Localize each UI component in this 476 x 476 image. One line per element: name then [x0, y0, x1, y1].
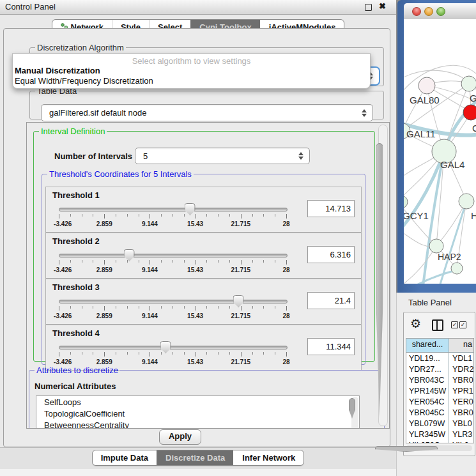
column-header[interactable]: na	[449, 339, 473, 352]
interval-definition-group: Interval Definition Number of Intervals …	[33, 127, 375, 362]
node-label: C	[472, 123, 476, 134]
tick-mark	[275, 214, 275, 217]
threshold-value-field[interactable]	[307, 200, 355, 217]
num-intervals-combobox[interactable]: 5	[135, 148, 310, 164]
network-canvas[interactable]: GAL80 G C GAL11 GAL4 GCY1 H HAP2	[404, 19, 476, 284]
tick-mark	[184, 306, 185, 309]
bottom-tab-discretize-data[interactable]: Discretize Data	[157, 450, 233, 465]
tick-mark	[229, 306, 230, 309]
mac-zoom-button[interactable]	[436, 7, 445, 16]
bottom-tab-impute-data[interactable]: Impute Data	[93, 450, 157, 465]
slider-ticks	[59, 260, 286, 265]
algorithm-option-equal-width-frequency-discretization[interactable]: Equal Width/Frequency Discretization	[13, 76, 370, 86]
tick-mark	[286, 306, 287, 311]
table-hscrollbar[interactable]	[406, 445, 472, 451]
threshold-slider[interactable]: -3.4262.8599.14415.4321.71528	[59, 296, 286, 323]
threshold-slider[interactable]: -3.4262.8599.14415.4321.71528	[59, 204, 286, 231]
slider-track[interactable]	[59, 208, 288, 211]
table-row[interactable]: YIL052CYIL0	[406, 440, 473, 443]
tick-label: 2.859	[96, 358, 112, 365]
cyni-toolbox-panel: Discretization Algorithm Select algorith…	[3, 28, 390, 447]
table-cell: YIL052C	[406, 440, 449, 443]
threshold-slider[interactable]: -3.4262.8599.14415.4321.71528	[59, 250, 286, 277]
tick-label: 15.43	[187, 266, 203, 273]
threshold-panel: Threshold 1 -3.4262.8599.14415.4321.7152…	[45, 187, 362, 233]
table-cell: YBR0	[449, 374, 473, 385]
network-region: GAL80 G C GAL11 GAL4 GCY1 H HAP2	[396, 0, 476, 293]
column-header[interactable]: shared...	[406, 339, 449, 352]
attribute-item-selfloops[interactable]: SelfLoops	[36, 396, 359, 408]
table-row[interactable]: YBR045CYBR0	[406, 407, 473, 418]
slider-track[interactable]	[59, 346, 288, 349]
mac-close-button[interactable]	[412, 7, 421, 16]
numerical-attributes-heading: Numerical Attributes	[35, 381, 116, 391]
slider-track[interactable]	[59, 300, 288, 303]
threshold-label: Threshold 4	[52, 328, 100, 338]
attribute-item-topologicalcoefficient[interactable]: TopologicalCoefficient	[36, 408, 359, 419]
threshold-value-field[interactable]	[307, 246, 355, 263]
node-selected-red[interactable]	[463, 105, 476, 120]
node-gal80[interactable]	[418, 77, 435, 94]
tick-mark	[229, 214, 230, 217]
gear-icon[interactable]: ⚙	[410, 318, 421, 330]
tick-mark	[263, 260, 264, 263]
mac-minimize-button[interactable]	[424, 7, 433, 16]
table-cell: YBR045C	[406, 407, 449, 418]
node[interactable]	[461, 76, 476, 91]
checkbox-icon[interactable]: ✓	[451, 321, 458, 328]
tick-mark	[161, 260, 162, 263]
checkbox-icon[interactable]: ✓	[459, 321, 466, 328]
table-data-combobox[interactable]: galFiltered.sif default node	[41, 104, 373, 121]
settings-scrollbar[interactable]	[378, 125, 388, 426]
table-row[interactable]: YPR145WYPR1	[406, 385, 473, 396]
split-view-icon[interactable]	[432, 319, 443, 331]
node-table[interactable]: shared...na YDL19...YDL1YDR27...YDR2YBR0…	[406, 338, 474, 443]
float-icon[interactable]	[365, 4, 372, 11]
algorithm-option-manual-discretization[interactable]: Manual Discretization	[13, 66, 370, 76]
tick-mark	[286, 214, 287, 219]
table-cell: YBL0	[449, 418, 473, 429]
attribute-item-betweennesscentrality[interactable]: BetweennessCentrality	[36, 419, 359, 429]
tick-mark	[206, 260, 207, 263]
close-icon[interactable]: ✖	[379, 1, 386, 11]
node[interactable]	[459, 194, 474, 209]
slider-track[interactable]	[59, 254, 288, 257]
tick-mark	[173, 306, 173, 309]
numerical-attributes-list[interactable]: SelfLoopsTopologicalCoefficientBetweenne…	[36, 395, 360, 429]
node-label: GCY1	[404, 210, 429, 221]
threshold-slider[interactable]: -3.4262.8599.14415.4321.71528	[59, 342, 286, 369]
table-cell: YPR145W	[406, 385, 449, 396]
node-gcy1[interactable]	[404, 196, 408, 208]
tick-mark	[139, 260, 139, 263]
tick-mark	[196, 260, 196, 265]
slider-tick-labels: -3.4262.8599.14415.4321.71528	[59, 266, 286, 274]
threshold-value-field[interactable]	[307, 338, 355, 355]
table-row[interactable]: YER054CYER0	[406, 396, 473, 407]
table-row[interactable]: YBR043CYBR0	[406, 374, 473, 385]
tick-mark	[241, 214, 242, 219]
threshold-value-field[interactable]	[307, 292, 355, 309]
network-window-titlebar	[404, 3, 476, 20]
bottom-tab-infer-network[interactable]: Infer Network	[233, 450, 303, 465]
table-header-row[interactable]: shared...na	[406, 339, 473, 353]
tick-mark	[218, 260, 219, 263]
tick-mark	[241, 352, 242, 357]
table-row[interactable]: YDR27...YDR2	[406, 364, 473, 374]
tick-label: 2.859	[96, 220, 112, 227]
tick-mark	[184, 352, 185, 355]
table-cell: YER0	[449, 396, 473, 407]
tick-label: 15.43	[187, 220, 203, 227]
table-row[interactable]: YBL079WYBL0	[406, 418, 473, 429]
list-scrollbar[interactable]	[351, 397, 358, 429]
tick-label: 21.715	[231, 358, 251, 365]
tick-mark	[161, 306, 162, 309]
node-hap2[interactable]	[429, 239, 443, 253]
table-row[interactable]: YLR345WYLR3	[406, 429, 473, 440]
tick-mark	[286, 352, 287, 357]
tick-mark	[252, 214, 253, 217]
table-row[interactable]: YDL19...YDL1	[406, 353, 473, 364]
tick-mark	[196, 306, 196, 311]
node[interactable]	[451, 263, 463, 274]
settings-scrollpane: Interval Definition Number of Intervals …	[26, 122, 390, 429]
apply-button[interactable]: Apply	[159, 429, 201, 445]
